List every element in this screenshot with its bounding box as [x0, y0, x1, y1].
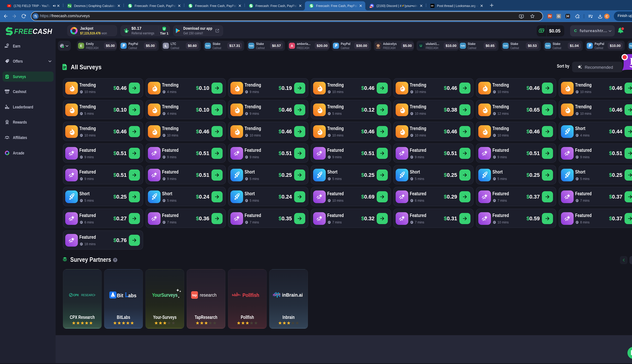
svg-text:CPX: CPX — [73, 294, 78, 297]
svg-text:RESEARCH: RESEARCH — [81, 294, 96, 297]
svg-text:$: $ — [126, 30, 127, 33]
svg-text:$: $ — [7, 44, 8, 46]
svg-text:Bit: Bit — [117, 292, 123, 298]
svg-text:2k+: 2k+ — [370, 6, 372, 8]
svg-text:abs: abs — [128, 292, 136, 298]
svg-text:inBrain.ai: inBrain.ai — [282, 292, 303, 298]
svg-text:Pollfish: Pollfish — [242, 292, 259, 298]
svg-text:G: G — [558, 14, 560, 18]
svg-text:tap: tap — [192, 293, 197, 297]
svg-text:research: research — [200, 292, 217, 298]
svg-text:R: R — [630, 56, 632, 67]
